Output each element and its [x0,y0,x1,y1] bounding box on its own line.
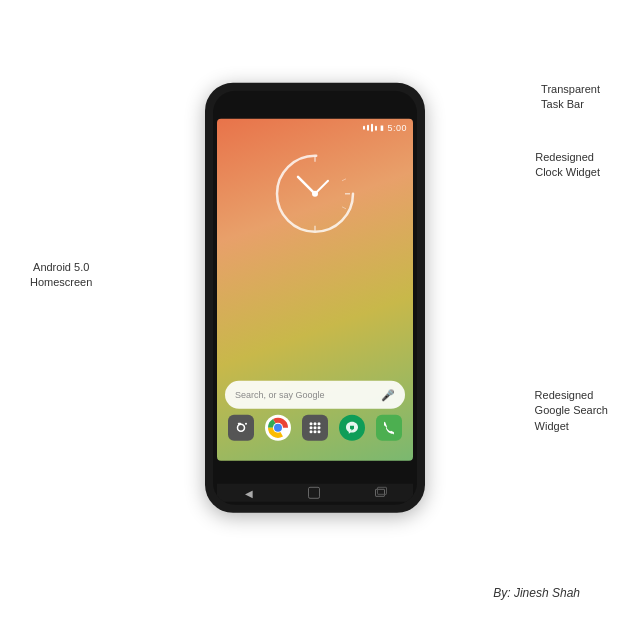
signal-icons [363,124,377,132]
svg-point-22 [309,430,312,433]
svg-rect-11 [238,423,241,425]
svg-point-20 [313,426,316,429]
signal-bar-4 [375,125,377,130]
hangouts-svg [344,420,360,436]
annotation-search-widget: Redesigned Google Search Widget [535,388,608,434]
svg-point-3 [312,191,318,197]
app-icon-apps[interactable] [302,415,328,441]
svg-line-8 [342,207,346,209]
svg-line-1 [298,177,315,194]
nav-back-button[interactable]: ◀ [245,487,253,498]
phone-screen: ▮ 5:00 [217,119,413,461]
google-search-widget[interactable]: Search, or say Google 🎤 [225,381,405,409]
battery-icon: ▮ [380,124,384,132]
svg-point-21 [317,426,320,429]
svg-point-23 [313,430,316,433]
nav-home-button[interactable] [308,487,320,499]
clock-widget [270,149,360,239]
app-icon-camera[interactable] [228,415,254,441]
svg-point-12 [245,423,247,425]
phone-shell: ▮ 5:00 [205,83,425,513]
clock-svg [270,149,360,239]
svg-line-7 [342,179,346,181]
apps-svg [307,420,323,436]
status-time: 5:00 [387,123,407,133]
chrome-svg [267,417,289,439]
annotation-author: By: Jinesh Shah [493,585,580,602]
annotation-taskbar: Transparent Task Bar [541,82,600,113]
svg-point-24 [317,430,320,433]
signal-bar-2 [367,125,369,131]
phone-inner: ▮ 5:00 [213,91,417,505]
svg-point-17 [313,422,316,425]
search-placeholder: Search, or say Google [235,390,381,400]
app-dock [223,413,407,443]
svg-rect-9 [233,420,249,436]
svg-point-19 [309,426,312,429]
app-icon-phone[interactable] [376,415,402,441]
nav-bar: ◀ [217,484,413,502]
nav-recents-button[interactable] [375,489,385,497]
status-bar: ▮ 5:00 [217,119,413,137]
page-container: Android 5.0 Homescreen Transparent Task … [0,0,630,630]
signal-bar-3 [371,124,373,132]
annotation-android-homescreen: Android 5.0 Homescreen [30,260,92,291]
mic-icon[interactable]: 🎤 [381,388,395,401]
svg-point-18 [317,422,320,425]
svg-point-16 [309,422,312,425]
camera-svg [233,420,249,436]
signal-bar-1 [363,126,365,130]
app-icon-hangouts[interactable] [339,415,365,441]
annotation-clock-widget: Redesigned Clock Widget [535,150,600,181]
app-icon-chrome[interactable] [265,415,291,441]
phone-svg [382,421,396,435]
svg-point-15 [274,424,282,432]
